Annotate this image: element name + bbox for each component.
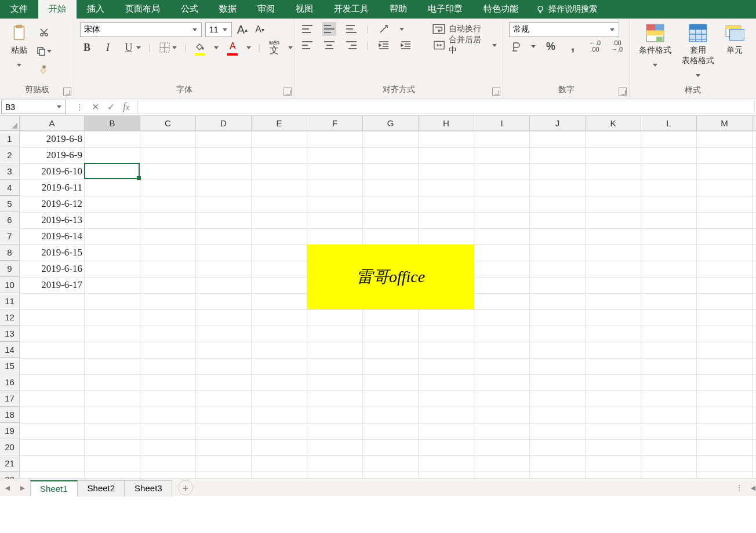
sheet-tab-Sheet1[interactable]: Sheet1 <box>30 480 78 497</box>
col-header-M[interactable]: M <box>697 116 753 130</box>
align-left-button[interactable] <box>300 38 314 52</box>
row-header-22[interactable]: 22 <box>0 472 19 479</box>
clipboard-launcher[interactable] <box>63 87 71 96</box>
row-header-18[interactable]: 18 <box>0 407 19 423</box>
tell-me-search[interactable]: 操作说明搜索 <box>529 0 604 19</box>
row-header-3[interactable]: 3 <box>0 163 19 180</box>
col-header-H[interactable]: H <box>419 116 474 130</box>
decrease-font-button[interactable]: A▾ <box>253 23 267 36</box>
col-header-E[interactable]: E <box>252 116 307 130</box>
percent-button[interactable]: % <box>544 39 558 53</box>
sheet-tab-Sheet2[interactable]: Sheet2 <box>78 480 125 497</box>
font-name-combo[interactable]: 宋体 <box>80 22 202 37</box>
cell-A4[interactable]: 2019-6-11 <box>20 180 85 196</box>
new-sheet-button[interactable]: ＋ <box>178 480 193 495</box>
col-header-B[interactable]: B <box>85 116 140 130</box>
sheet-nav-next[interactable]: ► <box>17 482 28 494</box>
underline-dropdown[interactable] <box>136 41 141 54</box>
wrap-text-button[interactable]: 自动换行 <box>432 22 481 36</box>
alignment-launcher[interactable] <box>492 87 500 96</box>
row-header-14[interactable]: 14 <box>0 342 19 358</box>
copy-button[interactable] <box>36 44 52 58</box>
row-header-5[interactable]: 5 <box>0 196 19 212</box>
worksheet-grid[interactable]: ABCDEFGHIJKLM 12345678910111213141516171… <box>0 116 756 479</box>
align-bottom-button[interactable] <box>344 22 358 36</box>
row-header-11[interactable]: 11 <box>0 293 19 309</box>
col-header-I[interactable]: I <box>474 116 530 130</box>
row-header-7[interactable]: 7 <box>0 228 19 244</box>
cell-A8[interactable]: 2019-6-15 <box>20 244 85 261</box>
cells-area[interactable]: 2019-6-82019-6-92019-6-102019-6-112019-6… <box>20 131 756 479</box>
row-header-8[interactable]: 8 <box>0 244 19 261</box>
col-header-F[interactable]: F <box>307 116 363 130</box>
row-header-4[interactable]: 4 <box>0 180 19 196</box>
menu-tab-数据[interactable]: 数据 <box>209 0 247 19</box>
row-header-2[interactable]: 2 <box>0 147 19 163</box>
font-size-combo[interactable]: 11 <box>205 22 232 37</box>
conditional-format-button[interactable]: 条件格式 <box>635 22 675 73</box>
borders-button[interactable] <box>158 41 172 54</box>
increase-decimal-button[interactable]: ←.0.00 <box>588 39 602 53</box>
menu-tab-视图[interactable]: 视图 <box>285 0 324 19</box>
cancel-formula-button[interactable]: ✕ <box>92 101 99 112</box>
merge-center-button[interactable]: 合并后居中 <box>434 38 484 52</box>
paste-dropdown[interactable] <box>16 58 22 72</box>
cell-A6[interactable]: 2019-6-13 <box>20 212 85 228</box>
name-box[interactable]: B3 <box>1 100 66 114</box>
orientation-button[interactable] <box>377 22 391 36</box>
paste-button[interactable]: 粘贴 <box>6 22 32 73</box>
row-header-17[interactable]: 17 <box>0 390 19 407</box>
sheet-tab-options[interactable]: ⋮ <box>735 483 744 492</box>
cell-A7[interactable]: 2019-6-14 <box>20 228 85 244</box>
row-header-10[interactable]: 10 <box>0 277 19 293</box>
row-header-19[interactable]: 19 <box>0 423 19 439</box>
row-header-21[interactable]: 21 <box>0 455 19 472</box>
hscroll-left-icon[interactable]: ◄ <box>749 483 756 492</box>
decrease-indent-button[interactable] <box>377 38 391 52</box>
cell-A2[interactable]: 2019-6-9 <box>20 147 85 163</box>
row-header-20[interactable]: 20 <box>0 439 19 455</box>
accounting-dropdown[interactable] <box>531 39 536 53</box>
orientation-dropdown[interactable] <box>399 22 405 36</box>
menu-tab-电子印章[interactable]: 电子印章 <box>417 0 473 19</box>
font-color-button[interactable]: A <box>226 39 239 53</box>
bold-button[interactable]: B <box>80 41 94 54</box>
col-header-K[interactable]: K <box>586 116 641 130</box>
row-header-12[interactable]: 12 <box>0 309 19 326</box>
menu-tab-开发工具[interactable]: 开发工具 <box>324 0 379 19</box>
select-all-corner[interactable] <box>0 116 20 130</box>
format-painter-button[interactable] <box>36 63 52 76</box>
row-header-16[interactable]: 16 <box>0 374 19 390</box>
fill-color-button[interactable] <box>193 39 207 53</box>
row-header-1[interactable]: 1 <box>0 131 19 147</box>
menu-tab-帮助[interactable]: 帮助 <box>379 0 417 19</box>
font-launcher[interactable] <box>284 87 292 96</box>
sheet-tab-Sheet3[interactable]: Sheet3 <box>125 480 172 497</box>
phonetic-guide-button[interactable]: wén文 <box>267 41 281 54</box>
col-header-D[interactable]: D <box>196 116 252 130</box>
col-header-A[interactable]: A <box>20 116 85 130</box>
phonetic-dropdown[interactable] <box>288 41 293 54</box>
merge-dropdown[interactable] <box>492 38 497 52</box>
font-color-dropdown[interactable] <box>246 41 251 54</box>
menu-tab-页面布局[interactable]: 页面布局 <box>115 0 170 19</box>
menu-tab-特色功能[interactable]: 特色功能 <box>473 0 529 19</box>
col-header-J[interactable]: J <box>530 116 586 130</box>
menu-tab-插入[interactable]: 插入 <box>77 0 115 19</box>
format-as-table-button[interactable]: 套用 表格格式 <box>678 22 718 83</box>
cell-styles-button[interactable]: 单元 <box>721 22 748 57</box>
fill-color-dropdown[interactable] <box>214 41 219 54</box>
align-middle-button[interactable] <box>322 22 336 36</box>
menu-tab-审阅[interactable]: 审阅 <box>247 0 285 19</box>
col-header-C[interactable]: C <box>140 116 196 130</box>
formula-input[interactable] <box>137 100 755 114</box>
cut-button[interactable] <box>36 25 52 39</box>
cell-A3[interactable]: 2019-6-10 <box>20 163 85 180</box>
cell-A5[interactable]: 2019-6-12 <box>20 196 85 212</box>
comma-style-button[interactable]: , <box>566 39 580 53</box>
increase-font-button[interactable]: A▴ <box>235 23 249 36</box>
number-launcher[interactable] <box>619 87 627 96</box>
fx-options-icon[interactable]: ⋮ <box>75 103 83 112</box>
borders-dropdown[interactable] <box>172 41 177 54</box>
menu-tab-公式[interactable]: 公式 <box>170 0 209 19</box>
